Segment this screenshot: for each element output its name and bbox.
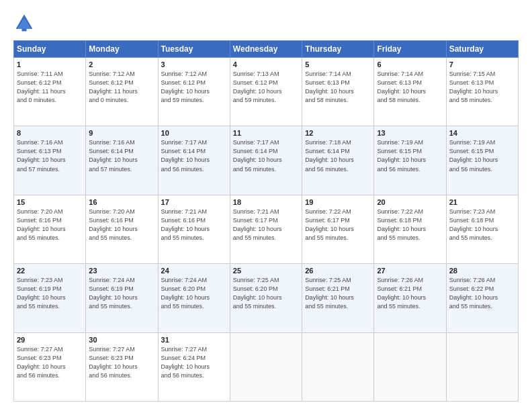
calendar-cell: 26Sunrise: 7:25 AM Sunset: 6:21 PM Dayli… xyxy=(302,264,374,332)
calendar-cell: 13Sunrise: 7:19 AM Sunset: 6:15 PM Dayli… xyxy=(374,126,446,195)
day-info: Sunrise: 7:26 AM Sunset: 6:21 PM Dayligh… xyxy=(377,276,443,311)
day-number: 29 xyxy=(17,336,83,344)
day-info: Sunrise: 7:20 AM Sunset: 6:16 PM Dayligh… xyxy=(17,208,83,242)
day-info: Sunrise: 7:21 AM Sunset: 6:16 PM Dayligh… xyxy=(161,208,227,242)
day-number: 25 xyxy=(233,267,299,275)
calendar-week-row: 1Sunrise: 7:11 AM Sunset: 6:12 PM Daylig… xyxy=(14,58,519,126)
day-number: 9 xyxy=(89,129,154,137)
calendar-week-row: 29Sunrise: 7:27 AM Sunset: 6:23 PM Dayli… xyxy=(14,332,519,401)
calendar-cell: 3Sunrise: 7:12 AM Sunset: 6:12 PM Daylig… xyxy=(158,58,230,126)
calendar-cell: 15Sunrise: 7:20 AM Sunset: 6:16 PM Dayli… xyxy=(14,195,86,263)
day-info: Sunrise: 7:20 AM Sunset: 6:16 PM Dayligh… xyxy=(89,208,154,242)
day-number: 7 xyxy=(449,60,515,68)
calendar-cell: 30Sunrise: 7:27 AM Sunset: 6:23 PM Dayli… xyxy=(86,332,158,401)
svg-rect-2 xyxy=(21,29,26,32)
logo-icon xyxy=(13,12,35,34)
day-number: 15 xyxy=(17,198,83,206)
calendar-cell: 22Sunrise: 7:23 AM Sunset: 6:19 PM Dayli… xyxy=(14,264,86,332)
day-of-week-header: Wednesday xyxy=(230,41,302,58)
calendar-cell: 17Sunrise: 7:21 AM Sunset: 6:16 PM Dayli… xyxy=(158,195,230,263)
day-of-week-header: Sunday xyxy=(14,41,86,58)
day-number: 16 xyxy=(89,198,154,206)
calendar-cell: 11Sunrise: 7:17 AM Sunset: 6:14 PM Dayli… xyxy=(230,126,302,195)
page: SundayMondayTuesdayWednesdayThursdayFrid… xyxy=(0,0,532,411)
day-number: 11 xyxy=(233,129,299,137)
day-info: Sunrise: 7:19 AM Sunset: 6:15 PM Dayligh… xyxy=(449,138,515,173)
day-info: Sunrise: 7:27 AM Sunset: 6:23 PM Dayligh… xyxy=(17,345,83,380)
day-info: Sunrise: 7:16 AM Sunset: 6:14 PM Dayligh… xyxy=(89,138,154,173)
day-of-week-header: Saturday xyxy=(446,41,518,58)
calendar-cell: 23Sunrise: 7:24 AM Sunset: 6:19 PM Dayli… xyxy=(86,264,158,332)
calendar-week-row: 15Sunrise: 7:20 AM Sunset: 6:16 PM Dayli… xyxy=(14,195,519,263)
day-info: Sunrise: 7:17 AM Sunset: 6:14 PM Dayligh… xyxy=(233,138,299,173)
day-number: 24 xyxy=(161,267,227,275)
day-number: 1 xyxy=(17,60,83,68)
day-info: Sunrise: 7:25 AM Sunset: 6:21 PM Dayligh… xyxy=(305,276,371,311)
day-info: Sunrise: 7:19 AM Sunset: 6:15 PM Dayligh… xyxy=(377,138,443,173)
day-info: Sunrise: 7:14 AM Sunset: 6:13 PM Dayligh… xyxy=(305,70,371,105)
day-info: Sunrise: 7:24 AM Sunset: 6:19 PM Dayligh… xyxy=(89,276,154,311)
day-of-week-header: Monday xyxy=(86,41,158,58)
calendar-cell: 12Sunrise: 7:18 AM Sunset: 6:14 PM Dayli… xyxy=(302,126,374,195)
day-number: 18 xyxy=(233,198,299,206)
day-info: Sunrise: 7:22 AM Sunset: 6:18 PM Dayligh… xyxy=(377,208,443,242)
calendar-cell: 20Sunrise: 7:22 AM Sunset: 6:18 PM Dayli… xyxy=(374,195,446,263)
day-number: 5 xyxy=(305,60,371,68)
day-number: 14 xyxy=(449,129,515,137)
calendar-cell: 31Sunrise: 7:27 AM Sunset: 6:24 PM Dayli… xyxy=(158,332,230,401)
calendar-cell: 4Sunrise: 7:13 AM Sunset: 6:12 PM Daylig… xyxy=(230,58,302,126)
calendar-cell: 21Sunrise: 7:23 AM Sunset: 6:18 PM Dayli… xyxy=(446,195,518,263)
day-number: 3 xyxy=(161,60,227,68)
day-number: 17 xyxy=(161,198,227,206)
header xyxy=(13,12,519,34)
day-number: 4 xyxy=(233,60,299,68)
calendar-week-row: 22Sunrise: 7:23 AM Sunset: 6:19 PM Dayli… xyxy=(14,264,519,332)
calendar-cell: 5Sunrise: 7:14 AM Sunset: 6:13 PM Daylig… xyxy=(302,58,374,126)
calendar-cell: 7Sunrise: 7:15 AM Sunset: 6:13 PM Daylig… xyxy=(446,58,518,126)
calendar-cell: 6Sunrise: 7:14 AM Sunset: 6:13 PM Daylig… xyxy=(374,58,446,126)
day-of-week-header: Thursday xyxy=(302,41,374,58)
calendar-cell: 19Sunrise: 7:22 AM Sunset: 6:17 PM Dayli… xyxy=(302,195,374,263)
day-number: 21 xyxy=(449,198,515,206)
calendar-cell: 25Sunrise: 7:25 AM Sunset: 6:20 PM Dayli… xyxy=(230,264,302,332)
day-number: 23 xyxy=(89,267,154,275)
calendar-cell: 2Sunrise: 7:12 AM Sunset: 6:12 PM Daylig… xyxy=(86,58,158,126)
calendar-cell xyxy=(230,332,302,401)
day-info: Sunrise: 7:26 AM Sunset: 6:22 PM Dayligh… xyxy=(449,276,515,311)
calendar-cell xyxy=(302,332,374,401)
calendar-cell: 14Sunrise: 7:19 AM Sunset: 6:15 PM Dayli… xyxy=(446,126,518,195)
day-number: 12 xyxy=(305,129,371,137)
day-info: Sunrise: 7:22 AM Sunset: 6:17 PM Dayligh… xyxy=(305,208,371,242)
calendar-cell: 29Sunrise: 7:27 AM Sunset: 6:23 PM Dayli… xyxy=(14,332,86,401)
calendar-cell: 8Sunrise: 7:16 AM Sunset: 6:13 PM Daylig… xyxy=(14,126,86,195)
day-number: 31 xyxy=(161,336,227,344)
day-info: Sunrise: 7:14 AM Sunset: 6:13 PM Dayligh… xyxy=(377,70,443,105)
day-info: Sunrise: 7:21 AM Sunset: 6:17 PM Dayligh… xyxy=(233,208,299,242)
calendar-cell: 28Sunrise: 7:26 AM Sunset: 6:22 PM Dayli… xyxy=(446,264,518,332)
day-number: 19 xyxy=(305,198,371,206)
day-info: Sunrise: 7:18 AM Sunset: 6:14 PM Dayligh… xyxy=(305,138,371,173)
calendar-cell: 24Sunrise: 7:24 AM Sunset: 6:20 PM Dayli… xyxy=(158,264,230,332)
day-number: 8 xyxy=(17,129,83,137)
day-info: Sunrise: 7:12 AM Sunset: 6:12 PM Dayligh… xyxy=(89,70,154,105)
calendar-table: SundayMondayTuesdayWednesdayThursdayFrid… xyxy=(13,40,519,402)
day-info: Sunrise: 7:11 AM Sunset: 6:12 PM Dayligh… xyxy=(17,70,83,105)
day-number: 20 xyxy=(377,198,443,206)
day-info: Sunrise: 7:25 AM Sunset: 6:20 PM Dayligh… xyxy=(233,276,299,311)
day-number: 26 xyxy=(305,267,371,275)
calendar-cell xyxy=(446,332,518,401)
day-number: 22 xyxy=(17,267,83,275)
calendar-cell: 9Sunrise: 7:16 AM Sunset: 6:14 PM Daylig… xyxy=(86,126,158,195)
day-of-week-header: Friday xyxy=(374,41,446,58)
day-number: 28 xyxy=(449,267,515,275)
calendar-cell: 18Sunrise: 7:21 AM Sunset: 6:17 PM Dayli… xyxy=(230,195,302,263)
day-info: Sunrise: 7:13 AM Sunset: 6:12 PM Dayligh… xyxy=(233,70,299,105)
day-info: Sunrise: 7:27 AM Sunset: 6:24 PM Dayligh… xyxy=(161,345,227,380)
day-of-week-header: Tuesday xyxy=(158,41,230,58)
day-number: 13 xyxy=(377,129,443,137)
calendar-week-row: 8Sunrise: 7:16 AM Sunset: 6:13 PM Daylig… xyxy=(14,126,519,195)
day-info: Sunrise: 7:24 AM Sunset: 6:20 PM Dayligh… xyxy=(161,276,227,311)
day-number: 10 xyxy=(161,129,227,137)
day-info: Sunrise: 7:23 AM Sunset: 6:19 PM Dayligh… xyxy=(17,276,83,311)
calendar-cell: 27Sunrise: 7:26 AM Sunset: 6:21 PM Dayli… xyxy=(374,264,446,332)
